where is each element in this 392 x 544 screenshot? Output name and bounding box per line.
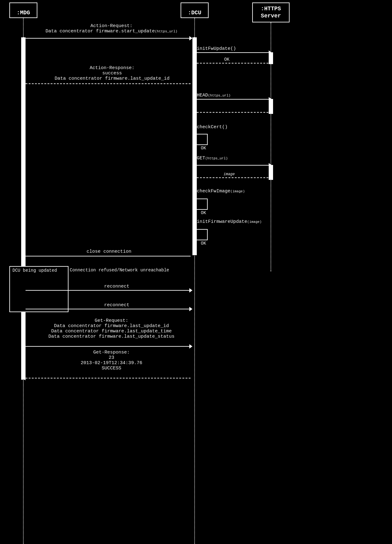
label-image: image: [224, 172, 235, 176]
actor-mdg: :MDG: [9, 2, 37, 18]
label-reconnect-2: reconnect: [75, 302, 159, 308]
arrowhead-reconnect-2: [189, 307, 192, 311]
arrowhead-head-return: [194, 110, 197, 115]
arrow-checkcert-right: [207, 134, 208, 144]
label-ok-checkfwimage: OK: [201, 210, 206, 215]
arrow-head: [197, 99, 270, 100]
actor-https: :HTTPSServer: [252, 2, 290, 22]
arrowhead-get-request: [189, 344, 192, 349]
arrow-get: [197, 165, 270, 166]
arrowhead-checkcert: [194, 143, 197, 147]
arrow-head-return: [197, 112, 268, 113]
arrowhead-get: [269, 163, 272, 167]
arrowhead-init-fw-update: [269, 50, 272, 55]
arrowhead-action-request: [189, 36, 192, 40]
label-connection-refused: Connection refused/Network unreachable: [70, 268, 169, 273]
arrow-checkfwimage-top: [197, 199, 208, 199]
note-dcu-being-updated: DCU being updated: [9, 266, 68, 312]
arrow-init-fw-update: [197, 52, 270, 53]
label-ok-checkcert: OK: [201, 146, 206, 151]
arrow-action-request: [26, 38, 191, 39]
sequence-diagram: :MDG :DCU :HTTPSServer Action-Request: D…: [0, 0, 392, 544]
arrow-action-response: [26, 83, 191, 84]
label-ok-1: OK: [224, 57, 229, 62]
arrow-get-request: [26, 346, 191, 347]
arrow-checkcert-bottom: [197, 144, 208, 145]
arrow-reconnect-1: [26, 290, 191, 291]
activation-mdg: [21, 37, 26, 380]
label-init-fw-update: initFwUpdate(): [197, 46, 236, 51]
label-check-fw-image: checkFwImage(image): [197, 189, 245, 194]
arrow-checkcert-top: [197, 134, 208, 134]
label-init-firmware-update: initFirmwareUpdate(image): [197, 219, 262, 224]
arrowhead-image: [194, 176, 197, 180]
label-action-response: Action-Response: success Data concentrat…: [28, 65, 196, 81]
arrow-image: [197, 177, 268, 178]
label-reconnect-1: reconnect: [75, 284, 159, 289]
arrowhead-checkfwimage: [194, 207, 197, 212]
arrowhead-head: [269, 97, 272, 101]
arrowhead-close-connection: [22, 254, 26, 258]
arrowhead-action-response: [22, 82, 26, 86]
arrow-initfirmware-right: [207, 229, 208, 240]
arrow-ok-1: [197, 63, 268, 63]
arrowhead-ok-1: [194, 61, 197, 65]
arrowhead-reconnect-1: [189, 288, 192, 293]
label-ok-initfirmware: OK: [201, 241, 206, 246]
label-get: GET(https_url): [197, 156, 228, 161]
arrowhead-get-response: [22, 376, 26, 380]
arrow-reconnect-2: [26, 309, 191, 309]
arrow-get-response: [26, 378, 191, 378]
label-close-connection: close connection: [62, 249, 156, 254]
label-get-response: Get-Response: 23 2013-02-19T12:34:39.76 …: [27, 350, 196, 371]
label-head: HEAD(https_url): [197, 93, 231, 98]
actor-dcu: :DCU: [181, 2, 209, 18]
arrow-checkfwimage-right: [207, 199, 208, 209]
arrow-initfirmware-top: [197, 229, 208, 230]
arrow-close-connection: [26, 256, 191, 256]
label-get-request: Get-Request: Data concentrator firmware.…: [27, 318, 196, 339]
label-action-request: Action-Request: Data concentrator firmwa…: [27, 23, 196, 34]
arrow-initfirmware-bottom: [197, 240, 208, 240]
arrow-checkfwimage-bottom: [197, 209, 208, 210]
arrowhead-initfirmware: [194, 238, 197, 242]
label-check-cert: checkCert(): [197, 124, 228, 130]
